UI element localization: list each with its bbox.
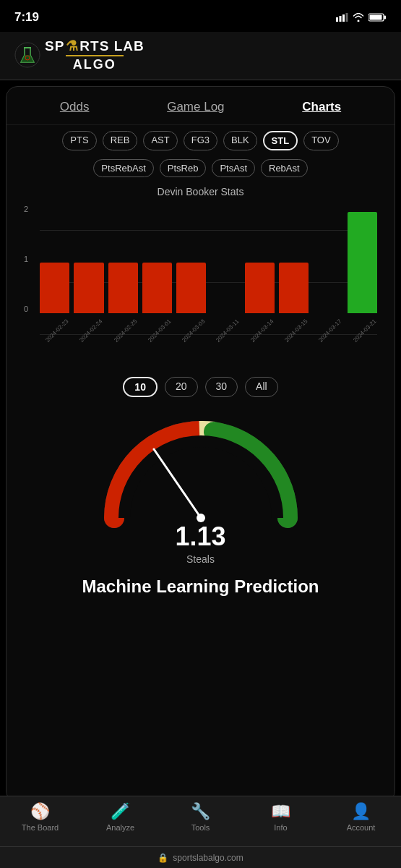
x-label-0: 2024-02-23: [44, 318, 70, 344]
bar-wrapper-7: [279, 263, 309, 313]
bottom-nav: ⚾ The Board 🧪 Analyze 🔧 Tools 📖 Info 👤 A…: [0, 796, 401, 846]
nav-account-label: Account: [347, 823, 376, 832]
pill-ast[interactable]: AST: [143, 131, 177, 150]
time-pill-30[interactable]: 30: [205, 377, 238, 397]
time-filter: 10 20 30 All: [7, 377, 394, 397]
nav-analyze[interactable]: 🧪 Analyze: [80, 802, 160, 842]
nav-account[interactable]: 👤 Account: [321, 802, 401, 842]
pill-tov[interactable]: TOV: [303, 131, 339, 150]
nav-account-icon: 👤: [351, 802, 371, 821]
pill-ptsast[interactable]: PtsAst: [212, 159, 255, 177]
time-pill-20[interactable]: 20: [165, 377, 198, 397]
ml-prediction-title: Machine Learning Prediction: [82, 576, 319, 597]
bar-7: [279, 263, 309, 313]
y-label-1: 1: [24, 255, 28, 263]
x-label-9: 2024-03-21: [352, 318, 378, 344]
nav-info-label: Info: [274, 823, 287, 832]
nav-analyze-icon: 🧪: [111, 802, 130, 821]
gauge-container: 1.13 Steals Machine Learning Prediction: [7, 406, 394, 597]
logo-container: SP ⚗ RTS LAB ALGO: [14, 38, 145, 72]
x-label-4: 2024-03-03: [181, 318, 207, 344]
svg-rect-2: [342, 14, 345, 22]
gauge-label: Steals: [186, 553, 215, 565]
bar-6: [245, 263, 275, 313]
gauge-svg-wrap: [92, 413, 309, 529]
wifi-icon: [353, 13, 364, 22]
main-content: Odds Game Log Charts PTS REB AST FG3 BLK…: [6, 86, 395, 802]
bar-wrapper-9: [348, 212, 377, 313]
nav-board-icon: ⚾: [30, 802, 50, 821]
pill-reb[interactable]: REB: [103, 131, 138, 150]
bar-4: [176, 263, 206, 313]
x-label-7: 2024-03-15: [283, 318, 309, 344]
nav-tools-icon: 🔧: [191, 802, 210, 821]
bar-chart-container: 2 1 0 2024-02-232024-02-242024-02-252024…: [7, 205, 394, 371]
bar-1: [74, 263, 103, 313]
x-label-6: 2024-03-14: [249, 318, 275, 344]
bar-wrapper-2: [108, 263, 138, 313]
y-label-2: 2: [24, 205, 28, 213]
bar-3: [142, 263, 172, 313]
app-header: SP ⚗ RTS LAB ALGO: [0, 32, 401, 80]
nav-tools-label: Tools: [191, 823, 210, 832]
url-text: sportslabalgo.com: [173, 853, 243, 863]
x-labels: 2024-02-232024-02-242024-02-252024-03-01…: [40, 326, 377, 335]
bar-2: [108, 263, 138, 313]
bar-9: [348, 212, 377, 313]
y-axis: 2 1 0: [24, 205, 28, 313]
gauge-svg: [92, 413, 309, 529]
svg-point-11: [197, 514, 205, 522]
url-bar: 🔒 sportslabalgo.com: [0, 846, 401, 868]
time-pill-10[interactable]: 10: [123, 377, 158, 397]
svg-rect-1: [340, 16, 342, 22]
svg-rect-0: [336, 17, 338, 22]
app-logo-icon: [14, 42, 40, 68]
svg-rect-3: [346, 13, 348, 22]
svg-line-10: [154, 449, 201, 518]
bars-area: [40, 205, 377, 313]
y-label-0: 0: [24, 305, 28, 313]
logo-text-group: SP ⚗ RTS LAB ALGO: [45, 38, 145, 72]
svg-rect-5: [370, 15, 382, 20]
tab-gamelog[interactable]: Game Log: [161, 97, 230, 117]
status-icons: [336, 13, 387, 22]
lock-icon: 🔒: [158, 853, 168, 863]
bar-0: [40, 263, 69, 313]
pill-ptsrebast[interactable]: PtsRebAst: [93, 159, 153, 177]
pill-stl[interactable]: STL: [263, 131, 298, 150]
bar-wrapper-1: [74, 263, 103, 313]
x-label-5: 2024-03-11: [215, 318, 241, 344]
pill-fg3[interactable]: FG3: [184, 131, 217, 150]
signal-icon: [336, 13, 348, 22]
status-time: 7:19: [14, 10, 39, 25]
svg-rect-6: [384, 16, 387, 20]
logo-sub: ALGO: [73, 57, 116, 72]
time-pill-all[interactable]: All: [245, 377, 278, 397]
pill-ptsreb[interactable]: PtsReb: [160, 159, 207, 177]
tabs-row: Odds Game Log Charts: [7, 87, 394, 125]
pill-rebast[interactable]: RebAst: [261, 159, 308, 177]
nav-info[interactable]: 📖 Info: [241, 802, 321, 842]
status-bar: 7:19: [0, 0, 401, 32]
battery-icon: [368, 13, 387, 22]
stat-pills-row1: PTS REB AST FG3 BLK STL TOV: [7, 125, 394, 153]
logo-divider: [66, 55, 124, 56]
pill-blk[interactable]: BLK: [223, 131, 257, 150]
nav-tools[interactable]: 🔧 Tools: [160, 802, 241, 842]
bar-wrapper-3: [142, 263, 172, 313]
pill-pts[interactable]: PTS: [62, 131, 96, 150]
nav-board-label: The Board: [22, 823, 59, 832]
stat-pills-row2: PtsRebAst PtsReb PtsAst RebAst: [7, 153, 394, 180]
tab-odds[interactable]: Odds: [54, 97, 95, 117]
nav-analyze-label: Analyze: [106, 823, 134, 832]
x-label-1: 2024-02-24: [78, 318, 104, 344]
nav-info-icon: 📖: [271, 802, 290, 821]
bar-wrapper-6: [245, 263, 275, 313]
chart-area: 2 1 0 2024-02-232024-02-242024-02-252024…: [18, 205, 383, 335]
x-label-8: 2024-03-17: [317, 318, 343, 344]
chart-title: Devin Booker Stats: [7, 186, 394, 197]
nav-the-board[interactable]: ⚾ The Board: [0, 802, 80, 842]
tab-charts[interactable]: Charts: [296, 97, 347, 117]
x-label-3: 2024-03-01: [147, 318, 173, 344]
x-label-2: 2024-02-25: [113, 318, 139, 344]
